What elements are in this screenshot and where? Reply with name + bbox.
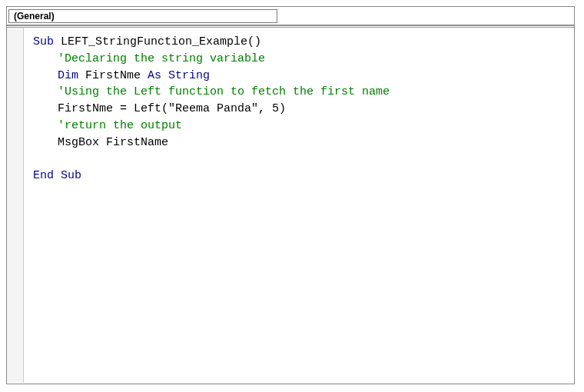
code-line: 'Declaring the string variable <box>33 51 565 68</box>
msgbox-call: MsgBox FirstName <box>58 136 168 149</box>
sub-name: LEFT_StringFunction_Example() <box>54 35 261 48</box>
comment: 'return the output <box>58 119 182 132</box>
object-dropdown[interactable]: (General) <box>8 9 277 23</box>
margin-indicator-bar <box>7 28 24 383</box>
code-line <box>33 151 565 168</box>
comment: 'Using the Left function to fetch the fi… <box>58 85 390 98</box>
assignment: FirstNme = Left("Reema Panda", 5) <box>58 102 286 115</box>
code-editor-window: (General) Sub LEFT_StringFunction_Exampl… <box>6 6 575 384</box>
keyword: As String <box>148 69 210 82</box>
editor-area: Sub LEFT_StringFunction_Example()'Declar… <box>7 28 574 383</box>
keyword: End Sub <box>33 169 81 182</box>
dropdown-bar: (General) <box>7 7 574 25</box>
code-line: 'return the output <box>33 118 565 135</box>
dropdown-label: (General) <box>14 11 55 22</box>
code-line: MsgBox FirstName <box>33 135 565 151</box>
code-line: Sub LEFT_StringFunction_Example() <box>33 34 565 51</box>
code-line: Dim FirstNme As String <box>33 68 565 85</box>
keyword: Dim <box>58 69 78 82</box>
keyword: Sub <box>33 35 54 48</box>
code-line: End Sub <box>33 168 565 184</box>
comment: 'Declaring the string variable <box>58 52 265 65</box>
variable: FirstNme <box>78 69 148 82</box>
code-line: FirstNme = Left("Reema Panda", 5) <box>33 101 565 118</box>
code-line: 'Using the Left function to fetch the fi… <box>33 84 565 101</box>
code-pane[interactable]: Sub LEFT_StringFunction_Example()'Declar… <box>24 28 574 383</box>
